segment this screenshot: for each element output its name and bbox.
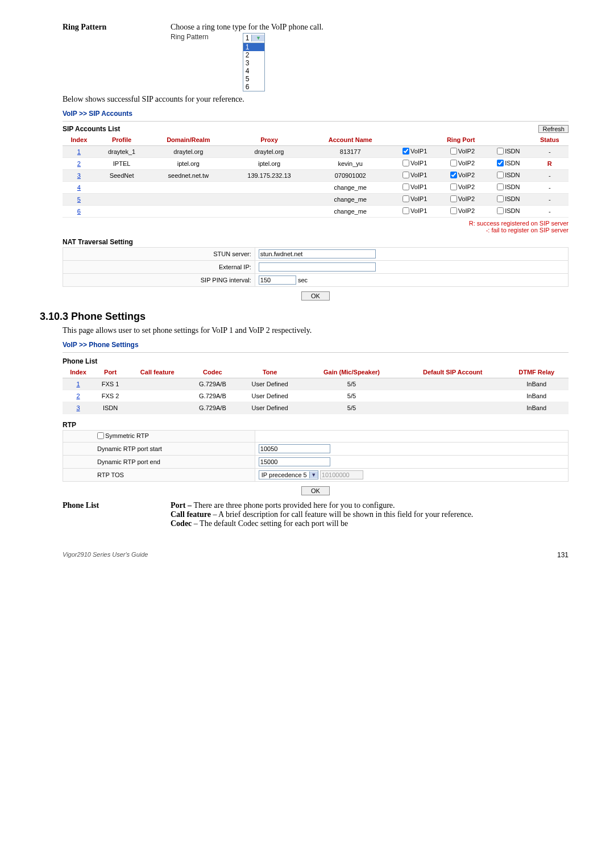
- phone-index-link[interactable]: 1: [76, 381, 80, 387]
- isdn-checkbox[interactable]: ISDN: [497, 207, 520, 214]
- phone-list-desc-row: Phone List Port – There are three phone …: [63, 501, 569, 528]
- codec-label: Codec: [171, 519, 192, 528]
- footer-guide: Vigor2910 Series User's Guide: [63, 551, 148, 558]
- ring-option-1[interactable]: 1: [243, 43, 265, 51]
- legend-fail: -: fail to register on SIP server: [486, 227, 569, 233]
- ring-option-6[interactable]: 6: [243, 83, 265, 91]
- ok-button[interactable]: OK: [301, 291, 330, 301]
- isdn-checkbox[interactable]: ISDN: [497, 148, 520, 155]
- isdn-checkbox[interactable]: ISDN: [497, 172, 520, 178]
- call-label: Call feature: [171, 510, 211, 519]
- page-number: 131: [557, 551, 569, 559]
- phone-list-title: Phone List: [63, 357, 569, 365]
- ring-option-4[interactable]: 4: [243, 67, 265, 75]
- col-profile: Profile: [96, 134, 148, 146]
- ring-pattern-row: Ring Pattern Choose a ring tone type for…: [63, 23, 569, 91]
- rtp-title: RTP: [63, 421, 569, 429]
- ext-ip-label: External IP:: [63, 261, 255, 274]
- col-account: Account Name: [310, 134, 391, 146]
- refresh-button[interactable]: Refresh: [538, 125, 569, 133]
- phone-list-desc-body: Port – There are three phone ports provi…: [171, 501, 569, 528]
- table-row: 3 SeedNet seednet.net.tw 139.175.232.13 …: [63, 170, 569, 182]
- sip-index-link[interactable]: 6: [77, 208, 81, 215]
- table-row: 2 IPTEL iptel.org iptel.org kevin_yu VoI…: [63, 158, 569, 170]
- stun-label: STUN server:: [63, 248, 255, 261]
- sip-index-link[interactable]: 4: [77, 184, 81, 191]
- port-label: Port –: [171, 501, 193, 510]
- ring-option-5[interactable]: 5: [243, 75, 265, 83]
- sip-index-link[interactable]: 1: [77, 148, 81, 155]
- table-row: 1 FXS 1 G.729A/B User Defined 5/5 InBand: [63, 378, 569, 390]
- table-row: 6 change_me VoIP1 VoIP2 ISDN -: [63, 206, 569, 218]
- voip2-checkbox[interactable]: VoIP2: [450, 207, 475, 214]
- ring-pattern-desc-text: Choose a ring tone type for the VoIP pho…: [171, 23, 323, 31]
- rtp-start-label: Dynamic RTP port start: [63, 443, 255, 456]
- breadcrumb-phone: VoIP >> Phone Settings: [63, 339, 569, 351]
- ping-input[interactable]: [259, 276, 296, 285]
- stun-input[interactable]: [259, 249, 376, 258]
- breadcrumb-sip: VoIP >> SIP Accounts: [63, 107, 569, 120]
- isdn-checkbox[interactable]: ISDN: [497, 195, 520, 202]
- ring-option-2[interactable]: 2: [243, 51, 265, 59]
- pcol-port: Port: [94, 366, 127, 378]
- rtp-end-input[interactable]: [259, 457, 330, 466]
- col-index: Index: [63, 134, 96, 146]
- rtp-tos-label: RTP TOS: [63, 469, 255, 482]
- sip-index-link[interactable]: 3: [77, 172, 81, 179]
- phone-index-link[interactable]: 2: [76, 393, 80, 399]
- rtp-end-label: Dynamic RTP port end: [63, 456, 255, 469]
- voip2-checkbox[interactable]: VoIP2: [450, 195, 475, 202]
- chevron-down-icon: ▼: [309, 471, 318, 478]
- voip2-checkbox[interactable]: VoIP2: [450, 160, 475, 166]
- sip-index-link[interactable]: 2: [77, 160, 81, 167]
- status-legend: R: success registered on SIP server -: f…: [63, 220, 569, 233]
- ext-ip-input[interactable]: [259, 262, 376, 272]
- rtp-start-input[interactable]: [259, 444, 330, 453]
- phone-list-desc-heading: Phone List: [63, 501, 171, 528]
- table-row: 4 change_me VoIP1 VoIP2 ISDN -: [63, 182, 569, 194]
- legend-success: R: success registered on SIP server: [469, 220, 569, 227]
- voip2-checkbox[interactable]: VoIP2: [450, 172, 475, 178]
- ring-option-3[interactable]: 3: [243, 59, 265, 67]
- port-text: There are three phone ports provided her…: [193, 501, 395, 510]
- symmetric-rtp-checkbox[interactable]: Symmetric RTP: [97, 432, 149, 439]
- voip1-checkbox[interactable]: VoIP1: [403, 172, 427, 178]
- status-registered: R: [530, 158, 569, 170]
- col-domain: Domain/Realm: [148, 134, 229, 146]
- pcol-dtmf: DTMF Relay: [504, 366, 569, 378]
- rtp-tos-selected: IP precedence 5: [259, 471, 309, 479]
- rtp-tos-binary: [320, 470, 363, 479]
- chevron-down-icon: ▼: [251, 35, 264, 41]
- sip-index-link[interactable]: 5: [77, 196, 81, 203]
- phone-index-link[interactable]: 3: [76, 404, 80, 411]
- ring-pattern-selected: 1: [243, 34, 252, 43]
- rtp-tos-select[interactable]: IP precedence 5 ▼: [259, 470, 318, 479]
- voip1-checkbox[interactable]: VoIP1: [403, 148, 427, 155]
- ring-pattern-select[interactable]: 1 ▼ 1 2 3 4 5 6: [243, 33, 265, 91]
- pcol-def: Default SIP Account: [401, 366, 504, 378]
- sip-intro-text: Below shows successful SIP accounts for …: [63, 95, 569, 104]
- call-text: – A brief description for call feature w…: [211, 510, 473, 519]
- table-row: 2 FXS 2 G.729A/B User Defined 5/5 InBand: [63, 390, 569, 402]
- voip1-checkbox[interactable]: VoIP1: [403, 207, 427, 214]
- section-desc: This page allows user to set phone setti…: [63, 326, 569, 335]
- col-ring: Ring Port: [391, 134, 531, 146]
- voip2-checkbox[interactable]: VoIP2: [450, 148, 475, 155]
- sip-list-title: SIP Accounts List: [63, 125, 120, 133]
- voip1-checkbox[interactable]: VoIP1: [403, 160, 427, 166]
- phone-list-table: Index Port Call feature Codec Tone Gain …: [63, 366, 569, 414]
- ping-label: SIP PING interval:: [63, 274, 255, 287]
- phone-settings-panel: VoIP >> Phone Settings Phone List Index …: [63, 339, 569, 495]
- ring-pattern-desc: Choose a ring tone type for the VoIP pho…: [171, 23, 569, 91]
- isdn-checkbox[interactable]: ISDN: [497, 183, 520, 190]
- pcol-index: Index: [63, 366, 94, 378]
- ring-pattern-label: Ring Pattern: [63, 23, 171, 91]
- ping-unit: sec: [298, 277, 308, 283]
- ok-button[interactable]: OK: [301, 486, 330, 495]
- isdn-checkbox[interactable]: ISDN: [497, 160, 520, 166]
- voip2-checkbox[interactable]: VoIP2: [450, 183, 475, 190]
- table-row: 5 change_me VoIP1 VoIP2 ISDN -: [63, 194, 569, 206]
- voip1-checkbox[interactable]: VoIP1: [403, 195, 427, 202]
- sip-accounts-table: Index Profile Domain/Realm Proxy Account…: [63, 134, 569, 218]
- voip1-checkbox[interactable]: VoIP1: [403, 183, 427, 190]
